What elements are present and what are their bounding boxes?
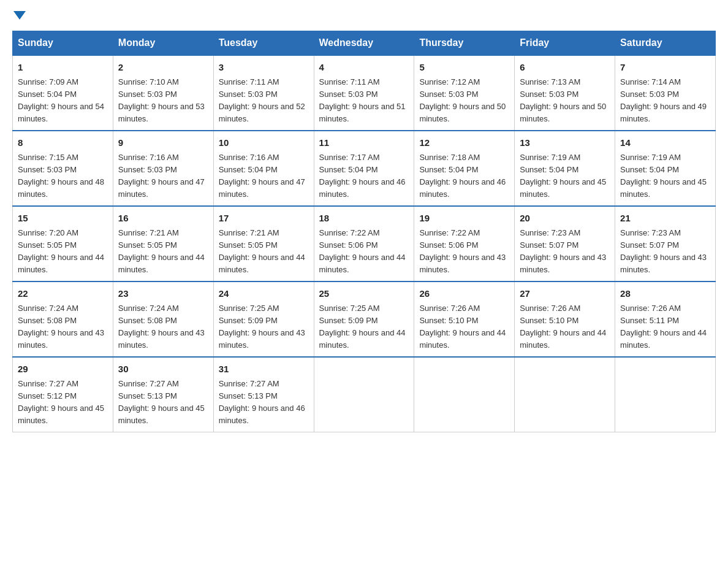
table-row: 27Sunrise: 7:26 AMSunset: 5:10 PMDayligh… bbox=[515, 282, 615, 357]
day-number: 9 bbox=[118, 136, 208, 150]
table-row bbox=[314, 357, 414, 432]
table-row: 8Sunrise: 7:15 AMSunset: 5:03 PMDaylight… bbox=[13, 131, 113, 206]
table-row: 21Sunrise: 7:23 AMSunset: 5:07 PMDayligh… bbox=[615, 206, 716, 282]
day-info: Sunrise: 7:23 AMSunset: 5:07 PMDaylight:… bbox=[520, 227, 610, 277]
day-info: Sunrise: 7:19 AMSunset: 5:04 PMDaylight:… bbox=[520, 151, 610, 201]
day-info: Sunrise: 7:26 AMSunset: 5:10 PMDaylight:… bbox=[520, 302, 610, 352]
day-number: 21 bbox=[620, 212, 710, 226]
day-info: Sunrise: 7:21 AMSunset: 5:05 PMDaylight:… bbox=[219, 227, 309, 277]
logo-triangle-icon bbox=[13, 11, 26, 20]
day-number: 16 bbox=[118, 212, 208, 226]
day-number: 10 bbox=[219, 136, 309, 150]
day-number: 3 bbox=[219, 61, 309, 75]
day-number: 30 bbox=[118, 362, 208, 377]
day-info: Sunrise: 7:12 AMSunset: 5:03 PMDaylight:… bbox=[419, 76, 509, 126]
table-row: 3Sunrise: 7:11 AMSunset: 5:03 PMDaylight… bbox=[213, 55, 314, 131]
day-info: Sunrise: 7:09 AMSunset: 5:04 PMDaylight:… bbox=[18, 76, 108, 126]
table-row: 18Sunrise: 7:22 AMSunset: 5:06 PMDayligh… bbox=[314, 206, 414, 282]
table-row: 9Sunrise: 7:16 AMSunset: 5:03 PMDaylight… bbox=[113, 131, 213, 206]
table-row: 22Sunrise: 7:24 AMSunset: 5:08 PMDayligh… bbox=[13, 282, 113, 357]
day-info: Sunrise: 7:16 AMSunset: 5:04 PMDaylight:… bbox=[219, 151, 309, 201]
table-row: 13Sunrise: 7:19 AMSunset: 5:04 PMDayligh… bbox=[515, 131, 615, 206]
day-info: Sunrise: 7:23 AMSunset: 5:07 PMDaylight:… bbox=[620, 227, 710, 277]
day-number: 12 bbox=[419, 136, 509, 150]
table-row: 31Sunrise: 7:27 AMSunset: 5:13 PMDayligh… bbox=[213, 357, 314, 432]
table-row: 16Sunrise: 7:21 AMSunset: 5:05 PMDayligh… bbox=[113, 206, 213, 282]
day-info: Sunrise: 7:18 AMSunset: 5:04 PMDaylight:… bbox=[419, 151, 509, 201]
logo bbox=[12, 12, 26, 21]
day-number: 19 bbox=[419, 212, 509, 226]
day-info: Sunrise: 7:13 AMSunset: 5:03 PMDaylight:… bbox=[520, 76, 610, 126]
table-row: 29Sunrise: 7:27 AMSunset: 5:12 PMDayligh… bbox=[13, 357, 113, 432]
calendar-table: SundayMondayTuesdayWednesdayThursdayFrid… bbox=[12, 31, 716, 432]
calendar-header-tuesday: Tuesday bbox=[213, 31, 314, 56]
day-info: Sunrise: 7:20 AMSunset: 5:05 PMDaylight:… bbox=[18, 227, 108, 277]
calendar-header-friday: Friday bbox=[515, 31, 615, 56]
day-info: Sunrise: 7:25 AMSunset: 5:09 PMDaylight:… bbox=[219, 302, 309, 352]
day-info: Sunrise: 7:24 AMSunset: 5:08 PMDaylight:… bbox=[18, 302, 108, 352]
table-row bbox=[515, 357, 615, 432]
day-info: Sunrise: 7:27 AMSunset: 5:13 PMDaylight:… bbox=[118, 378, 208, 427]
day-number: 2 bbox=[118, 61, 208, 75]
day-number: 26 bbox=[419, 287, 509, 301]
day-number: 7 bbox=[620, 61, 710, 75]
calendar-header-thursday: Thursday bbox=[414, 31, 515, 56]
table-row bbox=[615, 357, 716, 432]
day-number: 23 bbox=[118, 287, 208, 301]
day-info: Sunrise: 7:27 AMSunset: 5:12 PMDaylight:… bbox=[18, 378, 108, 427]
day-info: Sunrise: 7:26 AMSunset: 5:11 PMDaylight:… bbox=[620, 302, 710, 352]
day-number: 20 bbox=[520, 212, 610, 226]
table-row: 14Sunrise: 7:19 AMSunset: 5:04 PMDayligh… bbox=[615, 131, 716, 206]
day-info: Sunrise: 7:21 AMSunset: 5:05 PMDaylight:… bbox=[118, 227, 208, 277]
day-number: 31 bbox=[219, 362, 309, 377]
calendar-week-5: 29Sunrise: 7:27 AMSunset: 5:12 PMDayligh… bbox=[13, 357, 716, 432]
table-row: 20Sunrise: 7:23 AMSunset: 5:07 PMDayligh… bbox=[515, 206, 615, 282]
table-row: 2Sunrise: 7:10 AMSunset: 5:03 PMDaylight… bbox=[113, 55, 213, 131]
table-row bbox=[414, 357, 515, 432]
table-row: 19Sunrise: 7:22 AMSunset: 5:06 PMDayligh… bbox=[414, 206, 515, 282]
table-row: 23Sunrise: 7:24 AMSunset: 5:08 PMDayligh… bbox=[113, 282, 213, 357]
day-info: Sunrise: 7:17 AMSunset: 5:04 PMDaylight:… bbox=[319, 151, 409, 201]
calendar-header-row: SundayMondayTuesdayWednesdayThursdayFrid… bbox=[13, 31, 716, 56]
day-number: 8 bbox=[18, 136, 108, 150]
day-number: 15 bbox=[18, 212, 108, 226]
day-number: 11 bbox=[319, 136, 409, 150]
table-row: 1Sunrise: 7:09 AMSunset: 5:04 PMDaylight… bbox=[13, 55, 113, 131]
day-info: Sunrise: 7:16 AMSunset: 5:03 PMDaylight:… bbox=[118, 151, 208, 201]
day-info: Sunrise: 7:24 AMSunset: 5:08 PMDaylight:… bbox=[118, 302, 208, 352]
day-number: 25 bbox=[319, 287, 409, 301]
page-header bbox=[12, 12, 716, 21]
day-number: 1 bbox=[18, 61, 108, 75]
table-row: 26Sunrise: 7:26 AMSunset: 5:10 PMDayligh… bbox=[414, 282, 515, 357]
calendar-header-wednesday: Wednesday bbox=[314, 31, 414, 56]
day-info: Sunrise: 7:26 AMSunset: 5:10 PMDaylight:… bbox=[419, 302, 509, 352]
table-row: 12Sunrise: 7:18 AMSunset: 5:04 PMDayligh… bbox=[414, 131, 515, 206]
table-row: 15Sunrise: 7:20 AMSunset: 5:05 PMDayligh… bbox=[13, 206, 113, 282]
day-number: 4 bbox=[319, 61, 409, 75]
day-info: Sunrise: 7:10 AMSunset: 5:03 PMDaylight:… bbox=[118, 76, 208, 126]
day-number: 22 bbox=[18, 287, 108, 301]
calendar-week-4: 22Sunrise: 7:24 AMSunset: 5:08 PMDayligh… bbox=[13, 282, 716, 357]
day-info: Sunrise: 7:25 AMSunset: 5:09 PMDaylight:… bbox=[319, 302, 409, 352]
day-info: Sunrise: 7:27 AMSunset: 5:13 PMDaylight:… bbox=[219, 378, 309, 427]
table-row: 30Sunrise: 7:27 AMSunset: 5:13 PMDayligh… bbox=[113, 357, 213, 432]
day-number: 14 bbox=[620, 136, 710, 150]
table-row: 28Sunrise: 7:26 AMSunset: 5:11 PMDayligh… bbox=[615, 282, 716, 357]
day-number: 18 bbox=[319, 212, 409, 226]
table-row: 7Sunrise: 7:14 AMSunset: 5:03 PMDaylight… bbox=[615, 55, 716, 131]
day-info: Sunrise: 7:14 AMSunset: 5:03 PMDaylight:… bbox=[620, 76, 710, 126]
day-number: 13 bbox=[520, 136, 610, 150]
day-info: Sunrise: 7:11 AMSunset: 5:03 PMDaylight:… bbox=[319, 76, 409, 126]
table-row: 4Sunrise: 7:11 AMSunset: 5:03 PMDaylight… bbox=[314, 55, 414, 131]
calendar-header-monday: Monday bbox=[113, 31, 213, 56]
day-info: Sunrise: 7:22 AMSunset: 5:06 PMDaylight:… bbox=[419, 227, 509, 277]
table-row: 6Sunrise: 7:13 AMSunset: 5:03 PMDaylight… bbox=[515, 55, 615, 131]
calendar-week-3: 15Sunrise: 7:20 AMSunset: 5:05 PMDayligh… bbox=[13, 206, 716, 282]
day-number: 27 bbox=[520, 287, 610, 301]
day-number: 24 bbox=[219, 287, 309, 301]
day-number: 6 bbox=[520, 61, 610, 75]
table-row: 10Sunrise: 7:16 AMSunset: 5:04 PMDayligh… bbox=[213, 131, 314, 206]
day-info: Sunrise: 7:22 AMSunset: 5:06 PMDaylight:… bbox=[319, 227, 409, 277]
calendar-header-saturday: Saturday bbox=[615, 31, 716, 56]
calendar-header-sunday: Sunday bbox=[13, 31, 113, 56]
